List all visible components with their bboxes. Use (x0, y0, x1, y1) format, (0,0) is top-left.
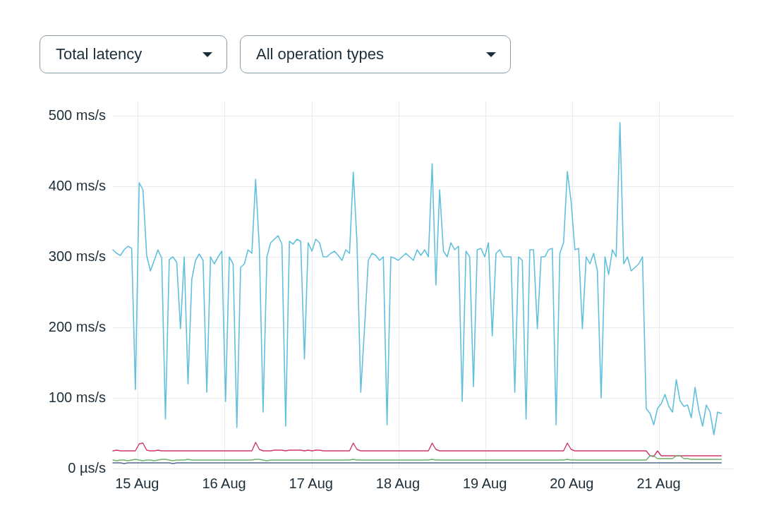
series-line-series-c (113, 456, 721, 461)
latency-dropdown[interactable]: Total latency (40, 35, 227, 73)
series-line-series-d (113, 463, 721, 464)
series-line-series-b (113, 442, 721, 457)
chevron-down-icon (486, 52, 496, 57)
chart-svg (35, 102, 741, 497)
operation-type-dropdown[interactable]: All operation types (240, 35, 511, 73)
latency-dropdown-label: Total latency (56, 45, 142, 64)
series-line-series-a (113, 123, 721, 435)
chevron-down-icon (202, 52, 212, 57)
latency-chart: 0 µs/s100 ms/s200 ms/s300 ms/s400 ms/s50… (35, 102, 741, 497)
operation-type-dropdown-label: All operation types (256, 45, 384, 64)
controls-row: Total latency All operation types (40, 35, 741, 73)
